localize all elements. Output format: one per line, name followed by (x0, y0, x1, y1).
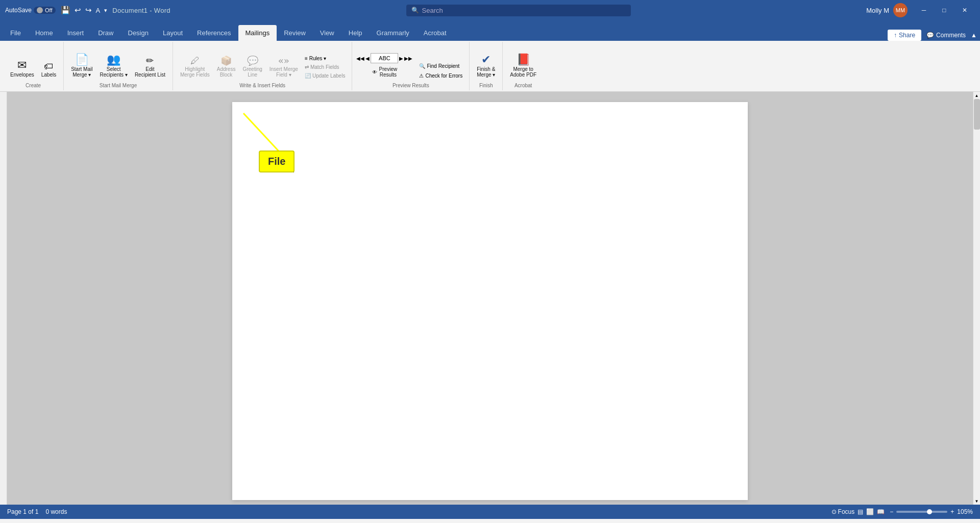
match-fields-button[interactable]: ⇄ Match Fields (302, 63, 348, 71)
tab-view[interactable]: View (313, 25, 341, 41)
write-insert-fields-group-label: Write & Insert Fields (239, 82, 285, 88)
tab-mailings[interactable]: Mailings (238, 25, 277, 41)
tab-home[interactable]: Home (28, 25, 60, 41)
zoom-track[interactable] (896, 511, 947, 513)
labels-button[interactable]: 🏷 Labels (38, 60, 59, 80)
next-last-icon[interactable]: ▶▶ (404, 56, 412, 61)
scroll-thumb[interactable] (974, 99, 980, 130)
search-input[interactable] (422, 7, 626, 14)
create-group-label: Create (26, 82, 41, 88)
redo-icon[interactable]: ↪ (85, 6, 92, 15)
search-box[interactable]: 🔍 (406, 5, 631, 16)
share-label: Share (899, 32, 915, 39)
tab-design[interactable]: Design (121, 25, 156, 41)
preview-nav-row: ◀◀ ◀ ABC ▶ ▶▶ (356, 53, 412, 63)
print-layout-icon[interactable]: ▤ (857, 508, 863, 515)
envelopes-button[interactable]: ✉ Envelopes (7, 58, 37, 80)
collapse-ribbon-button[interactable]: ▲ (971, 32, 977, 39)
start-mail-merge-group-items: 📄 Start MailMerge ▾ 👥 SelectRecipients ▾… (68, 44, 168, 80)
tab-file[interactable]: File (3, 25, 28, 41)
preview-field[interactable]: ABC (371, 53, 398, 63)
address-block-label: AddressBlock (217, 66, 236, 78)
envelopes-label: Envelopes (10, 72, 34, 78)
start-mail-merge-label: Start MailMerge ▾ (71, 66, 92, 78)
select-recipients-button[interactable]: 👥 SelectRecipients ▾ (96, 52, 130, 80)
minimize-button[interactable]: ─ (914, 2, 934, 18)
ribbon-group-create: ✉ Envelopes 🏷 Labels Create (3, 42, 64, 90)
next-icon[interactable]: ▶ (399, 56, 403, 61)
restore-button[interactable]: □ (934, 2, 954, 18)
status-right: ⊙ Focus ▤ ⬜ 📖 − + 105% (831, 508, 973, 515)
format-icon[interactable]: A (96, 7, 101, 14)
ribbon-group-write-insert-fields: 🖊 HighlightMerge Fields 📦 AddressBlock 💬… (173, 42, 353, 90)
save-icon[interactable]: 💾 (61, 6, 70, 15)
annotation-overlay (232, 102, 748, 500)
tab-acrobat[interactable]: Acrobat (416, 25, 454, 41)
start-mail-merge-button[interactable]: 📄 Start MailMerge ▾ (68, 52, 95, 80)
rules-icon: ≡ (305, 56, 308, 61)
field-controls-stack: ≡ Rules ▾ ⇄ Match Fields 🔄 Update Labels (302, 55, 348, 80)
zoom-slider: − + 105% (890, 508, 973, 515)
zoom-out-icon[interactable]: − (890, 508, 893, 515)
zoom-level[interactable]: 105% (957, 508, 973, 515)
find-recipient-button[interactable]: 🔍 Find Recipient (416, 62, 465, 70)
tab-draw[interactable]: Draw (91, 25, 120, 41)
tab-references[interactable]: References (190, 25, 238, 41)
insert-merge-field-button[interactable]: «» Insert MergeField ▾ (266, 54, 301, 80)
prev-first-icon[interactable]: ◀◀ (356, 56, 364, 61)
finish-merge-icon: ✔ (481, 54, 491, 65)
preview-sub-controls: 🔍 Find Recipient ⚠ Check for Errors (413, 62, 465, 80)
address-block-icon: 📦 (220, 56, 232, 65)
toggle-dot (37, 7, 43, 13)
title-bar: AutoSave Off 💾 ↩ ↪ A ▾ Document1 - Word … (0, 0, 980, 20)
zoom-in-icon[interactable]: + (950, 508, 954, 515)
finish-merge-button[interactable]: ✔ Finish &Merge ▾ (474, 52, 498, 80)
greeting-line-button[interactable]: 💬 GreetingLine (239, 54, 265, 80)
ribbon-tab-end: ↑ Share 💬 Comments ▲ (888, 30, 977, 41)
document-page[interactable]: File (232, 102, 748, 500)
zoom-thumb[interactable] (927, 509, 932, 514)
tab-review[interactable]: Review (277, 25, 313, 41)
rules-button[interactable]: ≡ Rules ▾ (302, 55, 348, 62)
quick-access-toolbar: 💾 ↩ ↪ A ▾ (61, 6, 108, 15)
web-layout-icon[interactable]: ⬜ (866, 508, 874, 515)
autosave-state: Off (45, 7, 52, 13)
prev-icon[interactable]: ◀ (365, 56, 370, 61)
scroll-up-arrow[interactable]: ▲ (973, 92, 981, 99)
check-for-errors-button[interactable]: ⚠ Check for Errors (416, 72, 465, 80)
preview-results-group-label: Preview Results (393, 82, 429, 88)
search-icon: 🔍 (411, 7, 419, 14)
address-block-button[interactable]: 📦 AddressBlock (214, 54, 239, 80)
labels-icon: 🏷 (44, 62, 53, 71)
merge-to-adobe-pdf-icon: 📕 (517, 54, 530, 65)
finish-group-label: Finish (479, 82, 493, 88)
comments-label: Comments (936, 32, 966, 39)
autosave-toggle[interactable]: Off (34, 7, 55, 14)
close-button[interactable]: ✕ (954, 2, 975, 18)
preview-results-button[interactable]: 👁 PreviewResults (369, 64, 401, 80)
merge-to-adobe-pdf-button[interactable]: 📕 Merge toAdobe PDF (507, 52, 540, 80)
update-labels-button[interactable]: 🔄 Update Labels (302, 72, 348, 80)
start-mail-merge-group-label: Start Mail Merge (100, 82, 137, 88)
scroll-track[interactable] (973, 99, 980, 497)
avatar: MM (893, 3, 908, 17)
tab-help[interactable]: Help (341, 25, 370, 41)
read-mode-icon[interactable]: 📖 (877, 508, 885, 515)
undo-icon[interactable]: ↩ (75, 6, 81, 15)
check-for-errors-label: Check for Errors (425, 73, 462, 79)
scroll-down-arrow[interactable]: ▼ (973, 497, 981, 505)
tab-insert[interactable]: Insert (60, 25, 91, 41)
highlight-merge-fields-button[interactable]: 🖊 HighlightMerge Fields (177, 54, 213, 80)
comments-button[interactable]: 💬 Comments (926, 32, 966, 39)
page-info: Page 1 of 1 (7, 508, 38, 515)
tab-grammarly[interactable]: Grammarly (370, 25, 416, 41)
check-for-errors-icon: ⚠ (419, 73, 424, 79)
share-button[interactable]: ↑ Share (888, 30, 921, 41)
tab-layout[interactable]: Layout (156, 25, 190, 41)
focus-button[interactable]: ⊙ Focus (831, 508, 855, 515)
create-group-items: ✉ Envelopes 🏷 Labels (7, 44, 59, 80)
more-icon[interactable]: ▾ (104, 7, 107, 14)
edit-recipient-list-button[interactable]: ✏ EditRecipient List (132, 54, 168, 80)
labels-label: Labels (41, 72, 56, 78)
greeting-line-label: GreetingLine (242, 66, 262, 78)
